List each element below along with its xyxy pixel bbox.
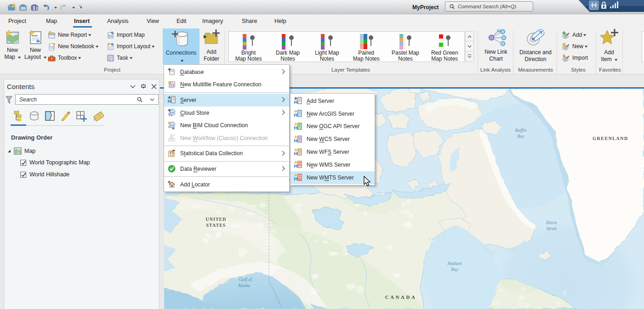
svg-text:Hudson: Hudson bbox=[447, 261, 462, 266]
svg-text:Bay: Bay bbox=[517, 134, 524, 139]
svg-text:Bay: Bay bbox=[451, 267, 458, 272]
svg-text:Alaska: Alaska bbox=[237, 283, 250, 288]
svg-text:Davis: Davis bbox=[546, 220, 557, 225]
svg-text:Gulf of: Gulf of bbox=[239, 277, 252, 282]
svg-text:UNITED: UNITED bbox=[206, 217, 227, 222]
svg-text:STATES: STATES bbox=[206, 223, 226, 228]
svg-text:CANADA: CANADA bbox=[385, 294, 417, 300]
svg-text:[i]: [i] bbox=[51, 45, 54, 49]
svg-text:GREENLAND: GREENLAND bbox=[593, 136, 628, 141]
svg-text:Baffin: Baffin bbox=[515, 128, 526, 133]
svg-text:A: A bbox=[172, 126, 175, 129]
svg-text:Strait: Strait bbox=[547, 226, 557, 231]
